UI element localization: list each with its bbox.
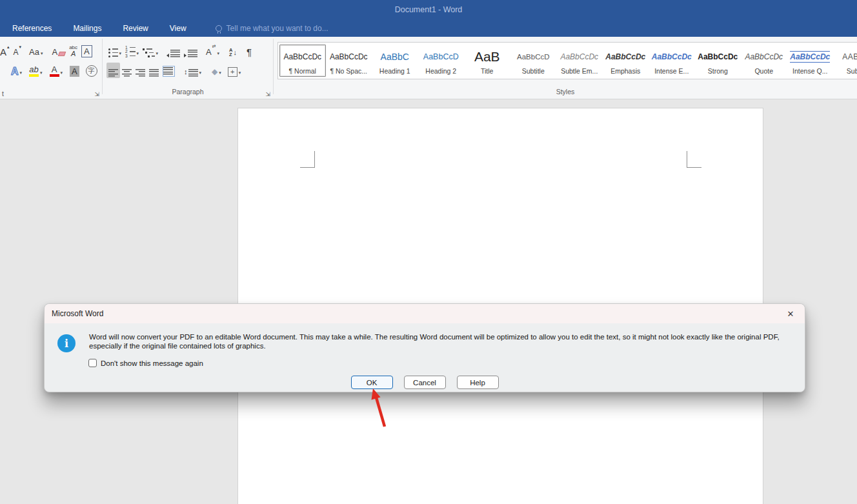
font-group: A▴ A▾ Aa▾ A abcA A A▾ ab▾ A▾ A 字 t ⇲ — [0, 37, 102, 99]
dialog-title-bar: Microsoft Word — [45, 304, 805, 323]
numbering-button[interactable]: 123 ▾ — [123, 43, 141, 59]
style-no-spacing[interactable]: AaBbCcDc¶ No Spac... — [326, 45, 372, 77]
style-intense-emphasis[interactable]: AaBbCcDcIntense E... — [649, 45, 695, 77]
margin-corner-mark-right — [687, 151, 701, 168]
title-bar: Document1 - Word — [0, 0, 857, 19]
align-center-button[interactable] — [120, 63, 134, 78]
margin-corner-mark-left — [300, 151, 315, 168]
document-area — [0, 99, 857, 504]
ribbon-tab-bar: References Mailings Review View Tell me … — [0, 19, 857, 37]
style-intense-quote[interactable]: AaBbCcDcIntense Q... — [787, 45, 834, 77]
ok-button[interactable]: OK — [351, 376, 393, 389]
tab-view[interactable]: View — [168, 21, 188, 35]
phonetic-icon: abcA — [69, 45, 77, 57]
line-spacing-button[interactable]: ↕▾ — [182, 63, 203, 78]
dont-show-again-option[interactable]: Don't show this message again — [88, 359, 203, 367]
font-row-2: A▾ ab▾ A▾ A 字 — [4, 61, 100, 79]
dialog-button-row: OK Cancel Help — [45, 376, 805, 389]
lightbulb-icon — [216, 25, 222, 32]
pilcrow-icon: ¶ — [247, 47, 252, 57]
character-border-button[interactable]: A — [79, 43, 94, 59]
borders-grid-icon: + — [228, 67, 237, 77]
style-subtle-reference[interactable]: AABBCSubtle — [833, 45, 857, 77]
tab-review[interactable]: Review — [121, 21, 149, 35]
style-strong[interactable]: AaBbCcDcStrong — [695, 45, 741, 77]
style-heading-2[interactable]: AaBbCcDHeading 2 — [418, 45, 465, 77]
align-right-button[interactable] — [134, 63, 147, 78]
tell-me-search[interactable]: Tell me what you want to do... — [216, 24, 328, 33]
tab-references[interactable]: References — [11, 21, 53, 35]
bullet-list-icon — [108, 48, 118, 57]
document-title: Document1 - Word — [0, 5, 857, 14]
shading-button[interactable]: ◆▾ — [210, 63, 223, 78]
shrink-font-button[interactable]: A▾ — [12, 43, 24, 59]
style-subtle-emphasis[interactable]: AaBbCcDcSubtle Em... — [556, 45, 603, 77]
style-normal[interactable]: AaBbCcDc¶ Normal — [279, 45, 326, 77]
justify-button[interactable] — [147, 63, 161, 78]
microsoft-word-dialog: Microsoft Word ✕ i Word will now convert… — [44, 303, 805, 392]
left-arrow-icon — [166, 54, 169, 57]
dialog-message: Word will now convert your PDF to an edi… — [89, 332, 798, 350]
multilevel-list-icon — [143, 48, 155, 57]
numbered-list-icon: 123 — [125, 46, 136, 57]
style-quote[interactable]: AaBbCcDcQuote — [741, 45, 787, 77]
show-hide-marks-button[interactable]: ¶ — [245, 43, 254, 59]
font-row-1: A▴ A▾ Aa▾ A abcA A — [4, 42, 100, 59]
styles-gallery: AaBbCcDc¶ Normal AaBbCcDc¶ No Spac... Aa… — [277, 42, 857, 79]
right-arrow-icon — [184, 54, 187, 57]
align-left-icon — [108, 68, 118, 77]
phonetic-guide-button[interactable]: abcA — [67, 43, 79, 59]
style-heading-1[interactable]: AaBbCHeading 1 — [372, 45, 418, 77]
help-button[interactable]: Help — [457, 376, 499, 389]
text-effects-button[interactable]: A▾ — [9, 63, 24, 78]
dialog-title: Microsoft Word — [52, 309, 103, 318]
asian-layout-button[interactable]: A⇄▾ — [204, 43, 221, 59]
tab-mailings[interactable]: Mailings — [72, 21, 103, 35]
justify-icon — [149, 68, 159, 77]
close-icon[interactable]: ✕ — [783, 307, 798, 321]
change-case-button[interactable]: Aa▾ — [27, 43, 45, 59]
distribute-icon — [163, 66, 175, 77]
align-center-icon — [122, 68, 132, 77]
styles-group-label: Styles — [556, 88, 575, 96]
eraser-icon — [58, 52, 66, 56]
increase-indent-button[interactable] — [182, 43, 199, 59]
style-title[interactable]: AaBTitle — [464, 45, 510, 77]
paragraph-group-label: Paragraph — [172, 88, 203, 96]
enclose-characters-button[interactable]: 字 — [84, 63, 99, 78]
bullets-button[interactable]: ▾ — [106, 43, 123, 59]
paint-bucket-icon: ◆ — [212, 66, 217, 77]
cancel-button[interactable]: Cancel — [404, 376, 446, 389]
dont-show-again-checkbox[interactable] — [88, 359, 97, 367]
decrease-indent-button[interactable] — [165, 43, 182, 59]
text-highlight-color-button[interactable]: ab▾ — [27, 63, 45, 78]
grow-font-button[interactable]: A▴ — [0, 43, 12, 59]
align-right-icon — [136, 68, 145, 77]
style-subtitle[interactable]: AaBbCcDSubtitle — [510, 45, 557, 77]
borders-button[interactable]: +▾ — [226, 63, 243, 78]
font-color-icon: A — [50, 65, 59, 77]
font-dialog-launcher[interactable]: ⇲ — [94, 91, 99, 97]
paragraph-group: ▾ 123 ▾ ▾ A⇄▾ AZ↓ ¶ ↕▾ ◆ — [103, 37, 273, 99]
ribbon: A▴ A▾ Aa▾ A abcA A A▾ ab▾ A▾ A 字 t ⇲ — [0, 37, 857, 99]
checkbox-label: Don't show this message again — [101, 359, 203, 367]
font-color-button[interactable]: A▾ — [48, 63, 65, 78]
styles-group: AaBbCcDc¶ Normal AaBbCcDc¶ No Spac... Aa… — [274, 37, 857, 99]
word-application-window: Document1 - Word References Mailings Rev… — [0, 0, 857, 504]
align-left-button[interactable] — [106, 63, 120, 78]
character-shading-button[interactable]: A — [68, 63, 81, 78]
tell-me-placeholder: Tell me what you want to do... — [227, 24, 328, 33]
enclose-characters-icon: 字 — [86, 65, 97, 77]
style-emphasis[interactable]: AaBbCcDcEmphasis — [603, 45, 649, 77]
clear-formatting-button[interactable]: A — [50, 43, 67, 59]
sort-button[interactable]: AZ↓ — [227, 43, 239, 59]
info-icon: i — [57, 334, 76, 352]
sort-icon: AZ — [229, 48, 232, 57]
paragraph-row-1: ▾ 123 ▾ ▾ A⇄▾ AZ↓ ¶ — [106, 42, 271, 59]
dialog-body: i Word will now convert your PDF to an e… — [45, 323, 805, 392]
paragraph-dialog-launcher[interactable]: ⇲ — [265, 91, 270, 97]
multilevel-list-button[interactable]: ▾ — [141, 43, 160, 59]
distribute-button[interactable] — [161, 63, 177, 78]
paragraph-row-2: ↕▾ ◆▾ +▾ — [106, 61, 271, 79]
highlight-icon: ab — [29, 65, 39, 77]
